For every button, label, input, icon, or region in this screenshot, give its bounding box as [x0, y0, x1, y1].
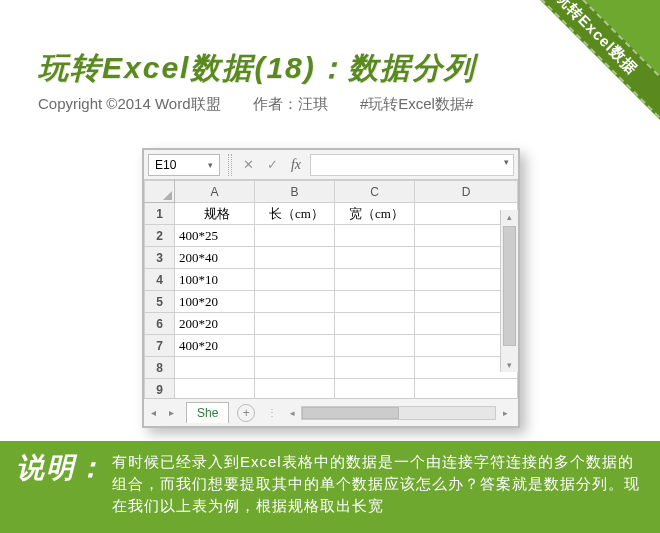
cell-a4[interactable]: 100*10	[175, 269, 255, 291]
separator	[228, 154, 232, 176]
cell-b5[interactable]	[255, 291, 335, 313]
cell-a9[interactable]	[175, 379, 255, 401]
vertical-scrollbar[interactable]	[500, 210, 518, 372]
caption-bar: 说明： 有时候已经录入到Excel表格中的数据是一个由连接字符连接的多个数据的组…	[0, 441, 660, 533]
cell-c5[interactable]	[335, 291, 415, 313]
hscroll-left-icon[interactable]: ◂	[285, 408, 299, 418]
cell-a3[interactable]: 200*40	[175, 247, 255, 269]
fx-icon[interactable]: fx	[285, 154, 307, 176]
name-box[interactable]: E10	[148, 154, 220, 176]
cell-c4[interactable]	[335, 269, 415, 291]
col-header-b[interactable]: B	[255, 181, 335, 203]
hscroll-track[interactable]	[301, 406, 496, 420]
cell-a6[interactable]: 200*20	[175, 313, 255, 335]
sheet-tab[interactable]: She	[186, 402, 229, 423]
vertical-scrollbar-thumb[interactable]	[503, 226, 516, 346]
cell-b9[interactable]	[255, 379, 335, 401]
row-header[interactable]: 2	[145, 225, 175, 247]
cell-c1[interactable]: 宽（cm）	[335, 203, 415, 225]
cell-b2[interactable]	[255, 225, 335, 247]
cell-d9[interactable]	[415, 379, 518, 401]
excel-window: E10 ✕ ✓ fx A B C D 1规格长（cm）宽（cm） 2400*25…	[142, 148, 520, 428]
hashtag-text: #玩转Excel数据#	[360, 95, 473, 112]
row-header[interactable]: 6	[145, 313, 175, 335]
formula-input[interactable]	[310, 154, 514, 176]
name-box-value: E10	[155, 158, 176, 172]
caption-text: 有时候已经录入到Excel表格中的数据是一个由连接字符连接的多个数据的组合，而我…	[112, 451, 644, 517]
row-header[interactable]: 7	[145, 335, 175, 357]
new-sheet-icon[interactable]: +	[237, 404, 255, 422]
cell-a2[interactable]: 400*25	[175, 225, 255, 247]
cell-a5[interactable]: 100*20	[175, 291, 255, 313]
cell-c8[interactable]	[335, 357, 415, 379]
cell-b3[interactable]	[255, 247, 335, 269]
sheet-tab-bar: ◂ ▸ She + ⋮ ◂ ▸	[144, 398, 518, 426]
spreadsheet-grid[interactable]: A B C D 1规格长（cm）宽（cm） 2400*25 3200*40 41…	[144, 180, 518, 400]
copyright-text: Copyright ©2014 Word联盟	[38, 95, 221, 112]
cell-a7[interactable]: 400*20	[175, 335, 255, 357]
sheet-nav-prev-icon[interactable]: ◂	[144, 407, 162, 418]
cell-a1[interactable]: 规格	[175, 203, 255, 225]
hscroll-thumb[interactable]	[302, 407, 398, 419]
caption-label: 说明：	[16, 451, 106, 517]
hscroll-right-icon[interactable]: ▸	[498, 408, 512, 418]
col-header-c[interactable]: C	[335, 181, 415, 203]
cell-c2[interactable]	[335, 225, 415, 247]
enter-icon[interactable]: ✓	[261, 154, 283, 176]
row-header[interactable]: 3	[145, 247, 175, 269]
row-header[interactable]: 9	[145, 379, 175, 401]
cell-b6[interactable]	[255, 313, 335, 335]
row-header[interactable]: 8	[145, 357, 175, 379]
cell-b4[interactable]	[255, 269, 335, 291]
cell-b1[interactable]: 长（cm）	[255, 203, 335, 225]
row-header[interactable]: 1	[145, 203, 175, 225]
row-header[interactable]: 4	[145, 269, 175, 291]
sheet-nav-next-icon[interactable]: ▸	[162, 407, 180, 418]
row-header[interactable]: 5	[145, 291, 175, 313]
cell-b8[interactable]	[255, 357, 335, 379]
horizontal-scrollbar[interactable]: ◂ ▸	[285, 406, 512, 420]
formula-bar: E10 ✕ ✓ fx	[144, 150, 518, 180]
cell-c6[interactable]	[335, 313, 415, 335]
cell-a8[interactable]	[175, 357, 255, 379]
cell-c3[interactable]	[335, 247, 415, 269]
col-header-d[interactable]: D	[415, 181, 518, 203]
cell-c9[interactable]	[335, 379, 415, 401]
cell-c7[interactable]	[335, 335, 415, 357]
select-all-corner[interactable]	[145, 181, 175, 203]
author-text: 作者：汪琪	[253, 95, 328, 112]
col-header-a[interactable]: A	[175, 181, 255, 203]
cell-b7[interactable]	[255, 335, 335, 357]
cancel-icon[interactable]: ✕	[237, 154, 259, 176]
sheet-more-icon[interactable]: ⋮	[267, 407, 275, 418]
